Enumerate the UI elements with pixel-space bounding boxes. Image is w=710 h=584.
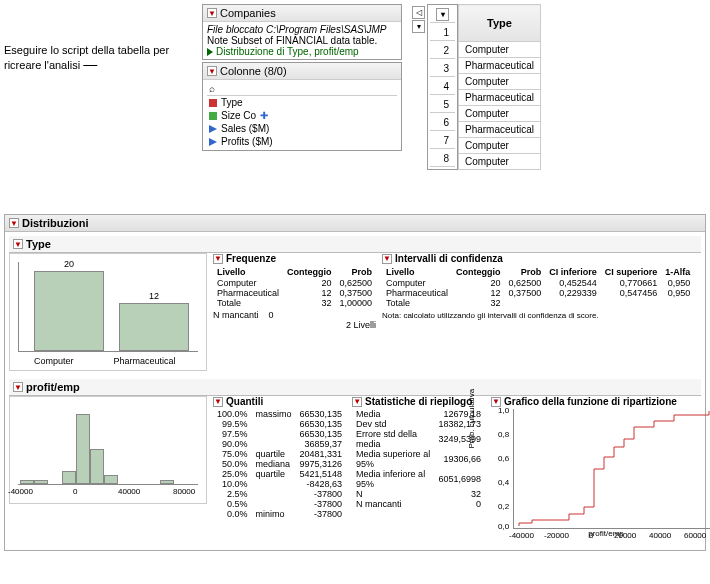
script-run-line[interactable]: Distribuzione di Type, profit/emp xyxy=(207,46,397,57)
cdf-line xyxy=(514,409,710,529)
disclose-icon[interactable]: ▼ xyxy=(13,382,23,392)
disclose-icon[interactable]: ▼ xyxy=(213,254,223,264)
distributions-window: ▼ Distribuzioni ▼ Type 20 12 Computer Ph… xyxy=(4,214,706,551)
nav-menu-icon[interactable]: ▾ xyxy=(412,20,425,33)
row-number-column: ▾ 1 2 3 4 5 6 7 8 xyxy=(427,4,458,170)
disclose-icon[interactable]: ▼ xyxy=(207,8,217,18)
column-item[interactable]: Profits ($M) xyxy=(207,135,397,148)
companies-panel: ▼ Companies File bloccato C:\Program Fil… xyxy=(202,4,402,60)
data-grid: ◁ ▾ ▾ 1 2 3 4 5 6 7 8 Type Computer Phar… xyxy=(410,4,541,170)
profit-histogram: -40000 0 40000 80000 xyxy=(9,396,207,504)
nominal-icon xyxy=(209,99,217,107)
ci-table: ▼Intervalli di confidenza LivelloContegg… xyxy=(382,253,694,320)
data-cell[interactable]: Computer xyxy=(459,42,541,58)
disclose-icon[interactable]: ▼ xyxy=(9,218,19,228)
disclose-icon[interactable]: ▼ xyxy=(13,239,23,249)
disclose-icon[interactable]: ▼ xyxy=(382,254,392,264)
data-cell[interactable]: Computer xyxy=(459,106,541,122)
data-cell[interactable]: Pharmaceutical xyxy=(459,58,541,74)
disclose-icon[interactable]: ▼ xyxy=(213,397,223,407)
columns-panel: ▼ Colonne (8/0) Type Size Co ✚ Sales ($M… xyxy=(202,62,402,151)
column-item[interactable]: Sales ($M) xyxy=(207,122,397,135)
type-dist-title: Type xyxy=(26,238,51,250)
companies-title: Companies xyxy=(220,7,276,19)
profit-dist-title: profit/emp xyxy=(26,381,80,393)
file-path-line: File bloccato C:\Program Files\SAS\JMP xyxy=(207,24,397,35)
disclose-icon[interactable]: ▼ xyxy=(207,66,217,76)
note-line: Note Subset of FINANCIAL data table. xyxy=(207,35,397,46)
summary-stats-table: ▼Statistiche di riepilogo Media12679,18D… xyxy=(352,396,485,509)
corner-menu-icon[interactable]: ▾ xyxy=(436,8,449,21)
columns-title: Colonne (8/0) xyxy=(220,65,287,77)
nav-left-icon[interactable]: ◁ xyxy=(412,6,425,19)
column-header[interactable]: Type xyxy=(459,5,541,42)
column-search-input[interactable] xyxy=(207,82,397,96)
play-icon xyxy=(207,48,213,56)
annotation-text: Eseguire lo script della tabella per ric… xyxy=(4,4,194,170)
data-cell[interactable]: Computer xyxy=(459,138,541,154)
data-cell[interactable]: Pharmaceutical xyxy=(459,90,541,106)
column-item[interactable]: Size Co ✚ xyxy=(207,109,397,122)
data-cell[interactable]: Computer xyxy=(459,74,541,90)
disclose-icon[interactable]: ▼ xyxy=(491,397,501,407)
continuous-icon xyxy=(209,138,217,146)
ordinal-icon xyxy=(209,112,217,120)
disclose-icon[interactable]: ▼ xyxy=(352,397,362,407)
data-cell[interactable]: Computer xyxy=(459,154,541,170)
distribuzioni-title: Distribuzioni xyxy=(22,217,89,229)
type-bar-chart: 20 12 Computer Pharmaceutical xyxy=(9,253,207,371)
column-item[interactable]: Type xyxy=(207,96,397,109)
cdf-chart: ▼Grafico della funzione di ripartizione … xyxy=(491,396,701,538)
quantili-table: ▼Quantili 100.0%massimo66530,13599.5%665… xyxy=(213,396,346,519)
continuous-icon xyxy=(209,125,217,133)
frequenze-table: ▼Frequenze LivelloConteggioProb Computer… xyxy=(213,253,376,330)
type-column: Type Computer Pharmaceutical Computer Ph… xyxy=(458,4,541,170)
data-cell[interactable]: Pharmaceutical xyxy=(459,122,541,138)
